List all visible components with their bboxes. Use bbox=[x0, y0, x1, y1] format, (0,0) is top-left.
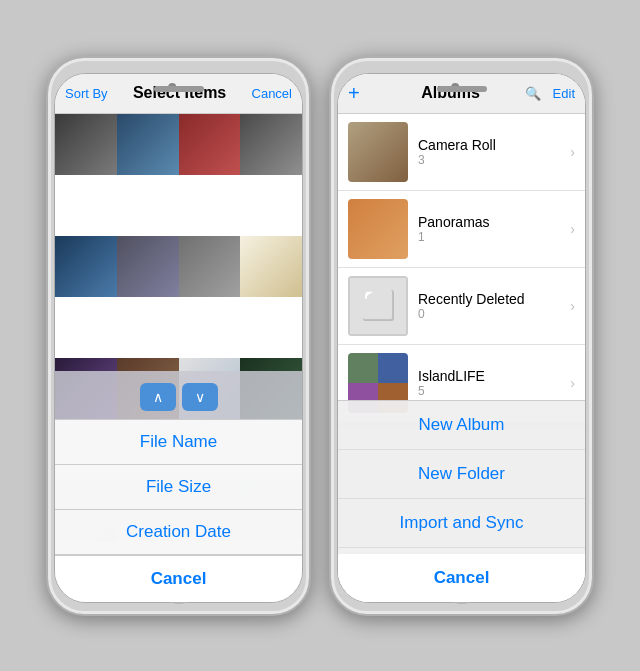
sort-filename-option[interactable]: File Name bbox=[55, 419, 302, 464]
sort-overlay: ∧ ∨ File Name File Size Creation Date Ca… bbox=[55, 371, 302, 602]
photo-cell[interactable] bbox=[55, 236, 117, 298]
album-info: IslandLIFE 5 bbox=[418, 368, 560, 398]
down-arrow-icon: ∨ bbox=[195, 389, 205, 405]
album-thumb-panoramas bbox=[348, 199, 408, 259]
photo-cell[interactable] bbox=[240, 114, 302, 176]
album-info: Recently Deleted 0 bbox=[418, 291, 560, 321]
album-item-recently-deleted[interactable]: ⬜ Recently Deleted 0 › bbox=[338, 268, 585, 345]
search-button[interactable]: 🔍 bbox=[525, 86, 541, 101]
album-info: Camera Roll 3 bbox=[418, 137, 560, 167]
chevron-right-icon: › bbox=[570, 375, 575, 391]
photo-cell[interactable] bbox=[240, 236, 302, 298]
new-album-button[interactable]: New Album bbox=[338, 401, 585, 450]
left-nav-bar: Sort By Select Items Cancel bbox=[55, 74, 302, 114]
action-sheet: New Album New Folder Import and Sync bbox=[338, 400, 585, 548]
album-info: Panoramas 1 bbox=[418, 214, 560, 244]
sort-arrows: ∧ ∨ bbox=[140, 383, 218, 411]
chevron-right-icon: › bbox=[570, 221, 575, 237]
album-thumb-recently-deleted: ⬜ bbox=[348, 276, 408, 336]
sort-backdrop: ∧ ∨ File Name File Size Creation Date Ca… bbox=[55, 371, 302, 602]
phones-container: Sort By Select Items Cancel bbox=[46, 56, 594, 616]
photo-cell[interactable] bbox=[179, 114, 241, 176]
album-count: 0 bbox=[418, 307, 560, 321]
cancel-nav-button[interactable]: Cancel bbox=[252, 86, 292, 101]
speaker bbox=[154, 86, 204, 92]
left-iphone: Sort By Select Items Cancel bbox=[46, 56, 311, 616]
action-sheet-overlay: New Album New Folder Import and Sync Can… bbox=[338, 400, 585, 602]
recently-deleted-icon: ⬜ bbox=[361, 289, 396, 322]
album-thumb-camera-roll bbox=[348, 122, 408, 182]
photo-cell[interactable] bbox=[179, 236, 241, 298]
right-screen: + Albums 🔍 Edit Camera Ro bbox=[337, 73, 586, 603]
album-name: Panoramas bbox=[418, 214, 560, 230]
album-item-camera-roll[interactable]: Camera Roll 3 › bbox=[338, 114, 585, 191]
new-folder-button[interactable]: New Folder bbox=[338, 450, 585, 499]
album-name: Recently Deleted bbox=[418, 291, 560, 307]
album-item-panoramas[interactable]: Panoramas 1 › bbox=[338, 191, 585, 268]
photo-cell[interactable] bbox=[117, 114, 179, 176]
chevron-right-icon: › bbox=[570, 298, 575, 314]
speaker bbox=[437, 86, 487, 92]
edit-button[interactable]: Edit bbox=[547, 86, 575, 101]
add-album-button[interactable]: + bbox=[348, 82, 376, 105]
sort-cancel-button[interactable]: Cancel bbox=[55, 554, 302, 602]
chevron-right-icon: › bbox=[570, 144, 575, 160]
sort-by-button[interactable]: Sort By bbox=[65, 86, 108, 101]
photo-cell[interactable] bbox=[55, 114, 117, 176]
sort-ascending-button[interactable]: ∧ bbox=[140, 383, 176, 411]
album-count: 1 bbox=[418, 230, 560, 244]
right-iphone: + Albums 🔍 Edit Camera Ro bbox=[329, 56, 594, 616]
up-arrow-icon: ∧ bbox=[153, 389, 163, 405]
album-count: 5 bbox=[418, 384, 560, 398]
import-sync-button[interactable]: Import and Sync bbox=[338, 499, 585, 548]
albums-nav-bar: + Albums 🔍 Edit bbox=[338, 74, 585, 114]
album-name: Camera Roll bbox=[418, 137, 560, 153]
action-cancel-button[interactable]: Cancel bbox=[338, 554, 585, 602]
sort-descending-button[interactable]: ∨ bbox=[182, 383, 218, 411]
sort-creationdate-option[interactable]: Creation Date bbox=[55, 509, 302, 554]
album-name: IslandLIFE bbox=[418, 368, 560, 384]
left-screen: Sort By Select Items Cancel bbox=[54, 73, 303, 603]
album-count: 3 bbox=[418, 153, 560, 167]
photo-cell[interactable] bbox=[117, 236, 179, 298]
sort-filesize-option[interactable]: File Size bbox=[55, 464, 302, 509]
